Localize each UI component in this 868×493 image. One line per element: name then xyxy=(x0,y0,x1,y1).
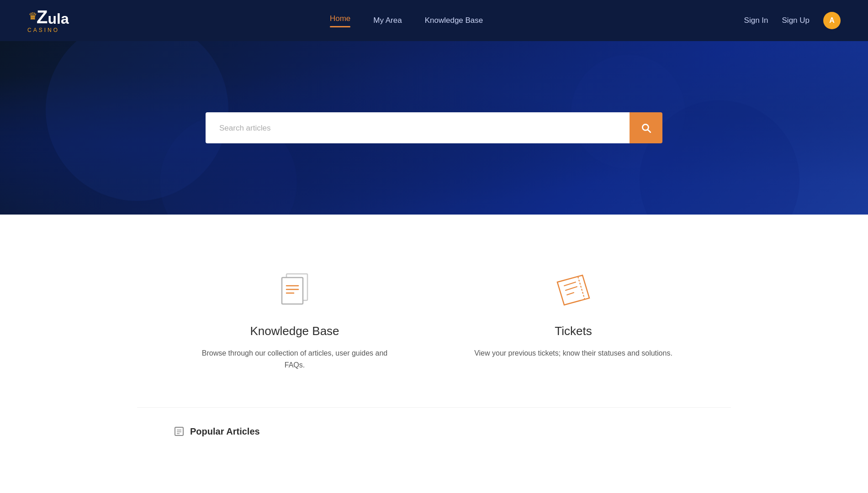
tickets-card-desc: View your previous tickets; know their s… xyxy=(474,347,672,359)
popular-articles-section: Popular Articles xyxy=(137,407,731,437)
nav-links: Home My Area Knowledge Base xyxy=(330,14,483,27)
svg-rect-1 xyxy=(282,278,303,304)
signup-link[interactable]: Sign Up xyxy=(782,16,810,25)
nav-link-myarea[interactable]: My Area xyxy=(373,16,402,25)
main-content: Knowledge Base Browse through our collec… xyxy=(0,215,868,464)
popular-articles-header: Popular Articles xyxy=(174,426,694,437)
logo-rest: ula xyxy=(48,11,69,26)
nav-link-knowledge-base[interactable]: Knowledge Base xyxy=(425,16,483,25)
tickets-card-title: Tickets xyxy=(555,324,592,338)
knowledge-base-icon xyxy=(274,269,315,310)
logo-crown-icon: ♛ xyxy=(28,10,37,22)
tickets-card[interactable]: Tickets View your previous tickets; know… xyxy=(434,251,713,389)
nav-item-home[interactable]: Home xyxy=(330,14,350,27)
tickets-icon xyxy=(553,269,594,310)
avatar[interactable]: A xyxy=(823,12,841,29)
logo[interactable]: ♛ Z ula casino xyxy=(27,8,69,33)
svg-rect-9 xyxy=(175,427,183,435)
search-icon xyxy=(640,122,652,134)
search-button[interactable] xyxy=(630,112,662,143)
logo-letter-z: Z xyxy=(37,8,48,26)
knowledge-base-card-desc: Browse through our collection of article… xyxy=(192,347,397,371)
popular-articles-icon xyxy=(174,426,185,437)
nav-item-myarea[interactable]: My Area xyxy=(373,16,402,25)
nav-link-home[interactable]: Home xyxy=(330,14,350,27)
cards-section: Knowledge Base Browse through our collec… xyxy=(137,251,731,389)
knowledge-base-card[interactable]: Knowledge Base Browse through our collec… xyxy=(155,251,434,389)
search-container xyxy=(206,112,662,143)
signin-link[interactable]: Sign In xyxy=(744,16,768,25)
nav-right: Sign In Sign Up A xyxy=(744,12,841,29)
nav-item-knowledge-base[interactable]: Knowledge Base xyxy=(425,16,483,25)
search-input[interactable] xyxy=(206,112,630,143)
navbar: ♛ Z ula casino Home My Area Knowledge Ba… xyxy=(0,0,868,41)
logo-sub: casino xyxy=(27,27,59,33)
hero-section xyxy=(0,41,868,215)
popular-articles-title: Popular Articles xyxy=(190,426,260,437)
knowledge-base-card-title: Knowledge Base xyxy=(250,324,339,338)
